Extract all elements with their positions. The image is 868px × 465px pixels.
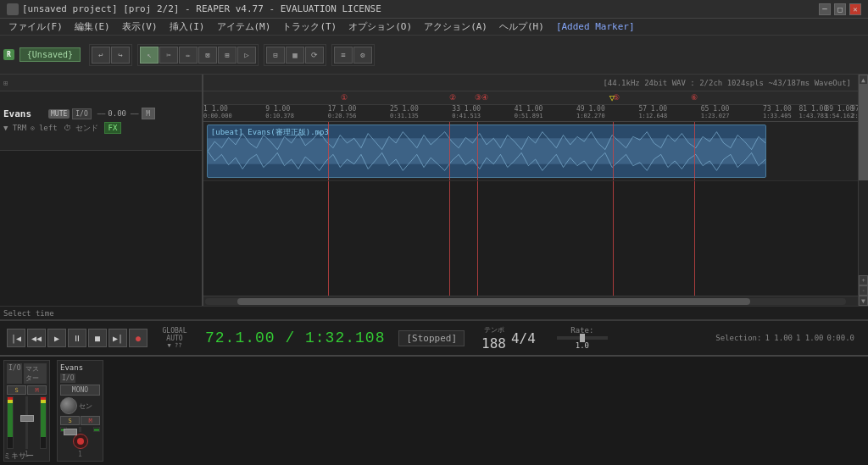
select-time-row: Select time (0, 306, 868, 319)
evans-fader-area (60, 427, 100, 432)
v-scrollbar[interactable]: ▲ + - ▼ (858, 75, 868, 306)
menu-view[interactable]: 表示(V) (117, 19, 163, 35)
master-io-row: I/O マスター (7, 363, 47, 384)
rate-area: Rate: 1.0 (553, 326, 612, 350)
v-scroll-zoom-out[interactable]: - (859, 285, 868, 296)
menu-edit[interactable]: 編集(E) (70, 19, 115, 35)
toolbar-tools2: ↖ ✂ ✏ ⊠ ⊞ ▷ (137, 44, 259, 66)
cursor-tool[interactable]: ↖ (140, 47, 159, 64)
time-sig-display: 4/4 (511, 330, 536, 346)
empty-marker-line-1 (328, 181, 329, 296)
minimize-button[interactable]: ─ (819, 3, 831, 15)
track-io-btn[interactable]: I/O (72, 108, 91, 119)
track-mute-tag[interactable]: MUTE (48, 109, 70, 119)
tempo-display: テンポ 188 (481, 325, 506, 352)
stop-btn[interactable]: ■ (88, 329, 107, 347)
audio-clip-evans[interactable]: [ubeat] Evans(審理正版).mp3 (207, 125, 766, 178)
master-mute-btn[interactable]: M (27, 385, 47, 395)
go-start-btn[interactable]: |◀ (7, 329, 25, 347)
snap-btn[interactable]: ⊟ (266, 47, 285, 64)
ruler-time-8: 65 1.001:23.027 (701, 105, 730, 119)
yellow-marker: ▽ (609, 92, 615, 103)
v-scroll-thumb[interactable] (859, 85, 868, 180)
status-display: [Stopped] (398, 330, 465, 346)
maximize-button[interactable]: □ (834, 3, 846, 15)
empty-marker-line-2 (449, 181, 450, 296)
play-btn[interactable]: ▶ (47, 329, 66, 347)
h-scrollbar[interactable] (203, 296, 858, 306)
ruler-time-0: 1 1.000:00.000 (203, 105, 232, 119)
select-time-label: Select time (3, 309, 54, 318)
zoom-tool[interactable]: ⊞ (218, 47, 236, 64)
menu-track[interactable]: トラック(T) (277, 19, 342, 35)
evans-pan-knob[interactable] (60, 397, 77, 414)
v-scroll-track[interactable] (859, 85, 868, 275)
redo-btn[interactable]: ↪ (111, 47, 130, 64)
master-io-btn[interactable]: I/O (7, 363, 22, 384)
track-lane-evans[interactable]: [ubeat] Evans(審理正版).mp3 (203, 122, 858, 181)
master-fader[interactable] (15, 396, 38, 449)
empty-track-area[interactable] (0, 151, 202, 306)
master-meter-r (40, 396, 47, 449)
razor-tool[interactable]: ✂ (159, 47, 178, 64)
menu-file[interactable]: ファイル(F) (3, 19, 68, 35)
v-scroll-down[interactable]: ▼ (859, 296, 868, 306)
draw-tool[interactable]: ✏ (179, 47, 198, 64)
section-marker-34: ③④ (475, 93, 488, 102)
evans-channel: Evans I/O MONO セン S M (57, 360, 103, 462)
menu-insert[interactable]: 挿入(I) (164, 19, 210, 35)
go-end-btn[interactable]: ▶| (108, 329, 127, 347)
h-scroll-track[interactable] (205, 298, 846, 305)
loop-btn[interactable]: ⟳ (305, 47, 324, 64)
master-fader-area (7, 396, 47, 449)
window-controls: ─ □ ✕ (819, 3, 861, 15)
play-cursor-tool[interactable]: ▷ (237, 47, 256, 64)
menu-help[interactable]: ヘルプ(H) (494, 19, 549, 35)
evans-fader-knob[interactable] (64, 429, 77, 435)
ruler-time-1: 9 1.000:10.378 (265, 105, 294, 119)
toolbar-snap: ⊟ ▦ ⟳ (264, 44, 326, 66)
evans-record-btn[interactable] (73, 434, 88, 449)
ruler-times-row: 1 1.000:00.000 9 1.000:10.378 17 1.000:2… (203, 105, 858, 122)
pause-btn[interactable]: ⏸ (68, 329, 86, 347)
undo-btn[interactable]: ↩ (92, 47, 110, 64)
v-scroll-zoom-in[interactable]: + (859, 275, 868, 285)
track-volume-value: 0.00 (108, 109, 126, 118)
tempo-label: テンポ (484, 325, 504, 335)
record-btn[interactable]: ● (129, 329, 147, 347)
evans-mute-btn[interactable]: M (81, 416, 100, 425)
evans-io-btn[interactable]: I/O (60, 374, 75, 383)
track-fx-btn[interactable]: FX (104, 122, 122, 134)
toolbar: R {Unsaved} ↩ ↪ ↖ ✂ ✏ ⊠ ⊞ ▷ ⊟ ▦ ⟳ ≡ ⚙ (0, 36, 868, 75)
settings-btn[interactable]: ⚙ (353, 47, 372, 64)
rate-slider[interactable] (557, 336, 608, 340)
ruler[interactable]: ① ② ③④ ⑤ ⑥ ▽ 1 1.000:00.000 9 1.000:10.3… (203, 91, 858, 122)
menu-options[interactable]: オプション(O) (343, 19, 417, 35)
window-title: [unsaved project] [proj 2/2] - REAPER v4… (22, 3, 381, 14)
v-scroll-up[interactable]: ▲ (859, 75, 868, 85)
mixer-btn[interactable]: ≡ (334, 47, 353, 64)
erase-tool[interactable]: ⊠ (198, 47, 217, 64)
project-tab[interactable]: {Unsaved} (19, 47, 81, 62)
menu-action[interactable]: アクション(A) (419, 19, 492, 35)
empty-lanes (203, 181, 858, 296)
go-back-btn[interactable]: ◀◀ (27, 329, 46, 347)
master-fader-knob[interactable] (20, 415, 34, 422)
rate-thumb[interactable] (580, 334, 585, 342)
menu-item[interactable]: アイテム(M) (212, 19, 276, 35)
evans-fader[interactable] (69, 427, 92, 432)
clip-label-evans: [ubeat] Evans(審理正版).mp3 (211, 127, 329, 138)
evans-solo-btn[interactable]: S (60, 416, 80, 425)
grid-btn[interactable]: ▦ (286, 47, 304, 64)
evans-meter-r (93, 427, 100, 432)
ruler-markers-row: ① ② ③④ ⑤ ⑥ ▽ (203, 91, 858, 105)
master-channel: I/O マスター S M (3, 360, 50, 462)
evans-sm-btns: S M (60, 416, 100, 425)
section-marker-1: ① (341, 93, 348, 102)
tracks-content[interactable]: [ubeat] Evans(審理正版).mp3 (203, 122, 858, 296)
h-scroll-thumb[interactable] (237, 298, 750, 305)
master-solo-btn[interactable]: S (7, 385, 26, 395)
evans-mono-btn[interactable]: MONO (60, 385, 100, 396)
close-button[interactable]: ✕ (849, 3, 861, 15)
track-mute-btn[interactable]: M (142, 108, 155, 119)
